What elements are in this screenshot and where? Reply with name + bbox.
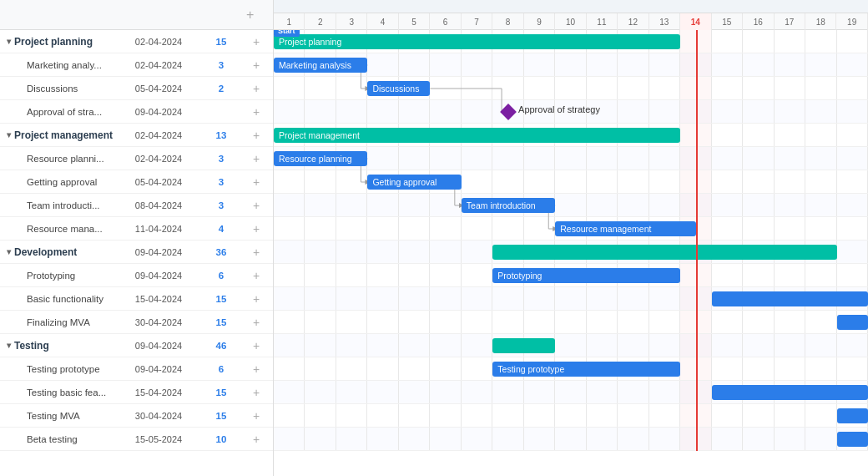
- add-subtask-button[interactable]: +: [246, 152, 266, 165]
- add-subtask-button[interactable]: +: [246, 362, 266, 376]
- task-row: Finalizing MVA 30-04-2024 15 +: [0, 311, 273, 334]
- task-date: 02-04-2024: [121, 154, 196, 164]
- add-subtask-button[interactable]: +: [246, 82, 266, 95]
- day-cell: 18: [805, 13, 836, 30]
- task-name: Approval of stra...: [7, 107, 121, 117]
- group-name: ▾ Project planning: [7, 36, 121, 48]
- day-cell: 8: [492, 13, 523, 30]
- milestone-label: Approval of strategy: [518, 104, 600, 114]
- gantt-row: [274, 404, 868, 428]
- task-name: Discussions: [7, 84, 121, 94]
- add-task-button[interactable]: +: [246, 246, 266, 259]
- task-row: Resource planni... 02-04-2024 3 +: [0, 147, 273, 170]
- add-subtask-button[interactable]: +: [246, 433, 266, 446]
- gantt-bar: Project planning: [274, 34, 680, 49]
- task-date: 15-04-2024: [121, 387, 196, 398]
- day-cell: 3: [336, 13, 367, 30]
- task-name: Beta testing: [7, 434, 121, 444]
- expand-arrow[interactable]: ▾: [7, 37, 11, 46]
- task-row: Beta testing 15-05-2024 10 +: [0, 428, 273, 451]
- task-date: 15-05-2024: [121, 434, 196, 444]
- add-task-button[interactable]: +: [246, 339, 266, 352]
- add-subtask-button[interactable]: +: [246, 199, 266, 212]
- task-duration: 15: [196, 294, 246, 304]
- task-name: Marketing analy...: [7, 60, 121, 70]
- add-subtask-button[interactable]: +: [246, 58, 266, 72]
- gantt-bar: Team introduction: [462, 198, 555, 213]
- task-date: 09-04-2024: [121, 364, 196, 374]
- gantt-bar: [712, 291, 868, 306]
- gantt-bar: Project management: [274, 128, 680, 143]
- gantt-bar: [712, 385, 868, 400]
- task-date: 09-04-2024: [121, 107, 196, 117]
- task-row: Testing MVA 30-04-2024 15 +: [0, 404, 273, 428]
- task-date: 05-04-2024: [121, 177, 196, 187]
- task-duration: 46: [196, 341, 246, 351]
- month-row: [274, 0, 868, 13]
- gantt-panel: 12345678910111213141516171819 Project pl…: [274, 0, 868, 476]
- add-subtask-button[interactable]: +: [246, 316, 266, 329]
- task-duration: 15: [196, 317, 246, 327]
- task-row: Prototyping 09-04-2024 6 +: [0, 264, 273, 287]
- day-cell: 13: [649, 13, 680, 30]
- gantt-bar: [837, 432, 868, 447]
- task-name: Basic functionality: [7, 294, 121, 304]
- task-duration: 13: [196, 130, 246, 140]
- task-row: Resource mana... 11-04-2024 4 +: [0, 217, 273, 241]
- add-subtask-button[interactable]: +: [246, 386, 266, 399]
- gantt-row: [274, 428, 868, 451]
- task-row: Marketing analy... 02-04-2024 3 +: [0, 53, 273, 77]
- task-name: Testing prototype: [7, 364, 121, 374]
- day-cell: 17: [775, 13, 805, 30]
- add-column-icon[interactable]: +: [246, 8, 254, 22]
- task-date: 08-04-2024: [121, 200, 196, 210]
- task-list-panel: + ▾ Project planning 02-04-2024 15 + Mar…: [0, 0, 274, 476]
- day-cell: 6: [430, 13, 461, 30]
- task-duration: 6: [196, 271, 246, 281]
- add-task-button[interactable]: +: [246, 35, 266, 48]
- task-name: Team introducti...: [7, 200, 121, 210]
- task-duration: 2: [196, 84, 246, 94]
- day-cell: 1: [274, 13, 305, 30]
- task-duration: 15: [196, 411, 246, 421]
- task-row: Testing basic fea... 15-04-2024 15 +: [0, 381, 273, 404]
- add-subtask-button[interactable]: +: [246, 409, 266, 423]
- task-name: Testing MVA: [7, 411, 121, 421]
- task-row: Basic functionality 15-04-2024 15 +: [0, 287, 273, 311]
- group-name: ▾ Project management: [7, 129, 121, 141]
- add-subtask-button[interactable]: +: [246, 222, 266, 235]
- day-cell: 12: [618, 13, 648, 30]
- add-task-button[interactable]: +: [246, 129, 266, 142]
- gantt-bar: [837, 315, 868, 330]
- task-name: Testing basic fea...: [7, 387, 121, 398]
- task-row: Getting approval 05-04-2024 3 +: [0, 170, 273, 194]
- add-subtask-button[interactable]: +: [246, 175, 266, 189]
- task-name: Resource mana...: [7, 224, 121, 234]
- task-row: Discussions 05-04-2024 2 +: [0, 77, 273, 100]
- add-subtask-button[interactable]: +: [246, 105, 266, 119]
- task-date: 09-04-2024: [121, 341, 196, 351]
- start-badge: Start: [274, 30, 300, 37]
- task-row: Team introducti... 08-04-2024 3 +: [0, 194, 273, 217]
- task-row: ▾ Testing 09-04-2024 46 +: [0, 334, 273, 357]
- task-name: Getting approval: [7, 177, 121, 187]
- gantt-bar: Resource planning: [274, 151, 367, 166]
- expand-arrow[interactable]: ▾: [7, 130, 11, 139]
- day-cell: 16: [743, 13, 774, 30]
- gantt-bar: [837, 408, 868, 423]
- day-cell: 9: [524, 13, 555, 30]
- day-row: 12345678910111213141516171819: [274, 13, 868, 30]
- task-row: Approval of stra... 09-04-2024 +: [0, 100, 273, 124]
- expand-arrow[interactable]: ▾: [7, 341, 11, 350]
- today-line: [696, 30, 698, 451]
- gantt-row: [274, 170, 868, 194]
- task-date: 30-04-2024: [121, 411, 196, 421]
- add-subtask-button[interactable]: +: [246, 269, 266, 282]
- expand-arrow[interactable]: ▾: [7, 247, 11, 256]
- task-row: ▾ Development 09-04-2024 36 +: [0, 241, 273, 264]
- gantt-bar: Getting approval: [367, 175, 461, 190]
- add-subtask-button[interactable]: +: [246, 292, 266, 306]
- gantt-row: [274, 311, 868, 334]
- group-name: ▾ Development: [7, 246, 121, 258]
- task-duration: 6: [196, 364, 246, 374]
